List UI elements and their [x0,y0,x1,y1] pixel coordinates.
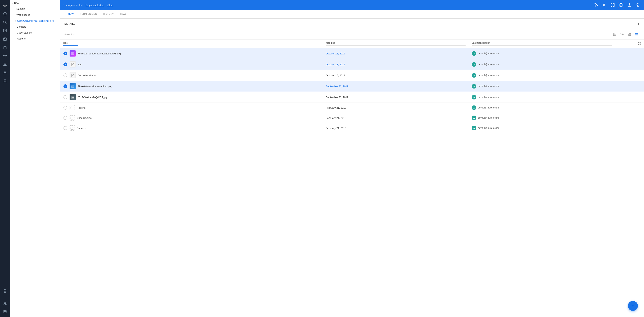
display-selection-link[interactable]: Display selection [86,4,104,6]
media-icon[interactable] [1,35,9,43]
checkbox-unchecked[interactable] [64,74,67,77]
row-checkbox[interactable] [63,95,68,100]
list-view-icon[interactable] [634,32,640,37]
chevron-icon: ‹ [12,2,13,4]
table-edit-view-icon[interactable] [612,32,618,37]
details-collapse-icon[interactable]: ▾ [638,22,640,26]
modified-date-link[interactable]: September 26, 2019 [326,85,348,88]
tab-view[interactable]: VIEW [64,10,77,18]
file-name[interactable]: Test [78,63,82,66]
cell-actions [615,123,644,133]
csv-view-icon[interactable]: CSV [619,32,625,37]
tasks-icon[interactable] [1,27,9,34]
compare-icon[interactable] [610,2,616,8]
grid-view-icon[interactable] [626,32,632,37]
search-icon[interactable] [1,18,9,26]
svg-marker-16 [4,54,7,58]
delete-icon[interactable] [635,2,641,8]
checkbox-checked[interactable]: ✓ [64,62,67,66]
connections-icon[interactable] [1,60,9,68]
file-name[interactable]: Threat-from-within-webinar.png [78,85,112,88]
checkbox-unchecked[interactable] [64,106,67,110]
content-area: VIEW PERMISSIONS HISTORY TRASH DETAILS ▾… [60,10,644,317]
file-name[interactable]: Banners [77,127,86,130]
file-name[interactable]: 2017-Gartner-MQ-CSP.jpg [78,96,107,99]
trash-icon[interactable] [1,287,9,295]
admin-user-icon[interactable] [1,299,9,307]
tree-item-case-studies[interactable]: Case Studies [10,30,60,36]
cell-contributor: A devnull@nuxeo.com [469,113,615,123]
row-checkbox[interactable]: ✓ [63,84,68,88]
tabs-bar: VIEW PERMISSIONS HISTORY TRASH [60,10,644,18]
checkbox-unchecked[interactable] [64,126,67,130]
row-checkbox[interactable]: ✓ [63,51,68,56]
details-section: DETAILS ▾ [60,18,644,29]
cell-contributor: A devnull@nuxeo.com [469,123,615,133]
row-checkbox[interactable] [63,126,68,130]
svg-rect-3 [6,5,7,6]
settings-icon[interactable] [1,308,9,316]
tree-item-root[interactable]: ‹ Root [10,0,60,6]
users-icon[interactable] [1,69,9,77]
chevron-down-icon: ∨ [14,20,16,22]
cell-title: ✓ Forrester-Vendor-Landscape-DAM.png [60,48,323,59]
tab-history[interactable]: HISTORY [100,10,117,18]
clipboard-icon[interactable] [1,44,9,51]
contributor-badge: A [472,106,476,110]
contributor-email: devnull@nuxeo.com [478,74,499,77]
table-row[interactable]: Doc to be shared October 15, 2019 A devn… [60,70,644,81]
checkbox-checked[interactable]: ✓ [64,52,67,56]
checkbox-unchecked[interactable] [64,95,67,99]
file-name[interactable]: Reports [77,106,86,109]
tab-trash[interactable]: TRASH [117,10,132,18]
cell-title: JPG 2017-Gartner-MQ-CSP.jpg [60,92,323,103]
modified-date-link[interactable]: October 18, 2019 [326,52,345,55]
modified-date: February 21, 2018 [326,116,346,120]
tab-permissions[interactable]: PERMISSIONS [77,10,100,18]
table-row[interactable]: JPG 2017-Gartner-MQ-CSP.jpg September 26… [60,92,644,103]
upload-icon[interactable] [626,2,632,8]
fab-add-button[interactable]: + [628,301,638,311]
file-icon-jpg: JPG [70,94,76,100]
row-checkbox[interactable] [63,106,68,110]
col-settings-header[interactable] [615,40,644,48]
col-contributor-header: Last Contributor [469,40,615,48]
tree-item-workspaces[interactable]: ‹ Workspaces [10,12,60,18]
checkbox-unchecked[interactable] [64,116,67,120]
cell-actions [615,59,644,70]
modified-date-link[interactable]: October 18, 2019 [326,63,345,66]
table-row[interactable]: ✓ Test October 18, 2019 A devnull@nuxeo.… [60,59,644,70]
table-row[interactable]: ✓ Threat-from-within-webinar.png Septemb… [60,81,644,92]
chevron-icon: ‹ [14,8,15,10]
table-row[interactable]: Reports February 21, 2018 A devnull@nuxe… [60,103,644,113]
tree-item-banners[interactable]: Banners [10,24,60,30]
clipboard-action-icon[interactable] [618,2,624,8]
row-checkbox[interactable] [63,116,68,120]
row-checkbox[interactable] [63,73,68,78]
tree-item-reports[interactable]: Reports [10,36,60,42]
recent-icon[interactable] [1,10,9,18]
tree-panel: ‹ Root ‹ Domain ‹ Workspaces ∨ Start Cre… [10,0,60,317]
hierarchy-icon[interactable] [1,2,9,9]
favorites-icon[interactable] [1,52,9,60]
file-name[interactable]: Doc to be shared [78,74,96,77]
contributor-badge: A [472,62,476,67]
top-bar-actions [593,2,641,8]
table-row[interactable]: Case Studies February 21, 2018 A devnull… [60,113,644,123]
file-icon-png [70,83,76,89]
svg-rect-38 [613,4,614,7]
download-icon[interactable] [593,2,599,8]
table-row[interactable]: Banners February 21, 2018 A devnull@nuxe… [60,123,644,133]
file-name[interactable]: Forrester-Vendor-Landscape-DAM.png [78,52,121,55]
clear-link[interactable]: Clear [107,4,113,6]
row-checkbox[interactable]: ✓ [63,62,68,67]
svg-rect-59 [71,53,73,54]
asterisk-icon[interactable] [601,2,607,8]
file-name[interactable]: Case Studies [77,116,92,120]
table-row[interactable]: ✓ Forrester-Vendor-Landscape-DAM.png Oct… [60,48,644,59]
tree-item-start-creating[interactable]: ∨ Start Creating Your Content Here [10,18,60,24]
tree-item-domain[interactable]: ‹ Domain [10,6,60,12]
badge-icon[interactable] [1,78,9,85]
svg-text:JPG: JPG [72,97,74,98]
checkbox-checked[interactable]: ✓ [64,84,67,88]
